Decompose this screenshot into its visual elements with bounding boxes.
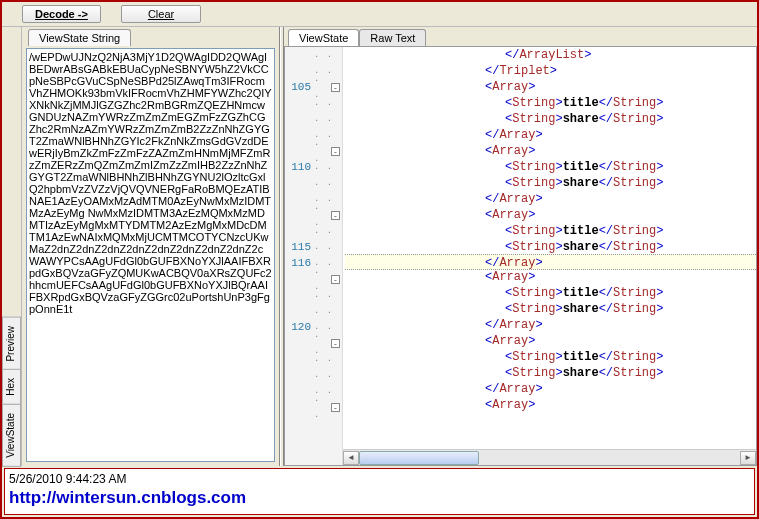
code-line[interactable]: <String>title</String> [345, 95, 756, 111]
horizontal-scrollbar[interactable]: ◄ ► [343, 449, 756, 465]
line-gutter: . .. .105. .-. .. .. .. .-110. .. .. .. … [285, 47, 343, 465]
code-line[interactable]: </Array> [345, 127, 756, 143]
fold-toggle-icon[interactable]: - [331, 211, 340, 220]
code-line[interactable]: </Array> [345, 191, 756, 207]
code-line[interactable]: <String>share</String> [345, 175, 756, 191]
gutter-line: . .- [285, 271, 342, 287]
code-line[interactable]: <Array> [345, 143, 756, 159]
tab-viewstate-string[interactable]: ViewState String [28, 29, 131, 46]
gutter-line: . . [285, 351, 342, 367]
scroll-left-arrow[interactable]: ◄ [343, 451, 359, 465]
code-line[interactable]: <Array> [345, 333, 756, 349]
footer-bar: 5/26/2010 9:44:23 AM http://wintersun.cn… [4, 468, 755, 515]
code-line[interactable]: <String>share</String> [345, 239, 756, 255]
side-tab-viewstate[interactable]: ViewState [2, 404, 21, 467]
gutter-line: . . [285, 367, 342, 383]
code-line[interactable]: <String>title</String> [345, 159, 756, 175]
code-line[interactable]: </Array> [345, 381, 756, 397]
code-line[interactable]: <String>share</String> [345, 301, 756, 317]
code-line[interactable]: </Triplet> [345, 63, 756, 79]
fold-toggle-icon[interactable]: - [331, 275, 340, 284]
code-line[interactable]: <Array> [345, 79, 756, 95]
gutter-line: . .- [285, 143, 342, 159]
gutter-line: . . [285, 223, 342, 239]
scroll-thumb[interactable] [359, 451, 479, 465]
timestamp-label: 5/26/2010 9:44:23 AM [5, 469, 754, 486]
gutter-line: 115. . [285, 239, 342, 255]
code-line[interactable]: <String>share</String> [345, 111, 756, 127]
tab-viewstate-tree[interactable]: ViewState [288, 29, 359, 46]
fold-toggle-icon[interactable]: - [331, 147, 340, 156]
gutter-line: . . [285, 175, 342, 191]
gutter-line: 105. .- [285, 79, 342, 95]
code-viewer: . .. .105. .-. .. .. .. .-110. .. .. .. … [284, 46, 757, 466]
gutter-line: . .- [285, 207, 342, 223]
code-line[interactable]: <String>title</String> [345, 223, 756, 239]
gutter-line: . . [285, 111, 342, 127]
footer-url[interactable]: http://wintersun.cnblogs.com [5, 486, 754, 510]
toolbar: Decode -> Clear [2, 2, 757, 26]
fold-toggle-icon[interactable]: - [331, 83, 340, 92]
side-tab-strip: Preview Hex ViewState [2, 27, 22, 466]
gutter-line: . . [285, 47, 342, 63]
code-content[interactable]: </ArrayList></Triplet><Array><String>tit… [343, 47, 756, 465]
code-line[interactable]: <Array> [345, 397, 756, 413]
gutter-line: . . [285, 95, 342, 111]
code-line[interactable]: <Array> [345, 269, 756, 285]
viewstate-textarea[interactable] [26, 48, 275, 462]
gutter-line: . .- [285, 399, 342, 415]
code-line[interactable]: </ArrayList> [345, 47, 756, 63]
clear-button[interactable]: Clear [121, 5, 201, 23]
code-line[interactable]: <String>title</String> [345, 285, 756, 301]
tab-raw-text[interactable]: Raw Text [359, 29, 426, 46]
gutter-line: . . [285, 287, 342, 303]
gutter-line: . . [285, 303, 342, 319]
code-line[interactable]: </Array> [345, 317, 756, 333]
code-line[interactable]: </Array> [345, 254, 756, 270]
fold-toggle-icon[interactable]: - [331, 403, 340, 412]
code-line[interactable]: <Array> [345, 207, 756, 223]
side-tab-hex[interactable]: Hex [2, 369, 21, 405]
side-tab-preview[interactable]: Preview [2, 317, 21, 371]
fold-toggle-icon[interactable]: - [331, 339, 340, 348]
gutter-line: . .- [285, 335, 342, 351]
code-line[interactable]: <String>share</String> [345, 365, 756, 381]
scroll-right-arrow[interactable]: ► [740, 451, 756, 465]
code-line[interactable]: <String>title</String> [345, 349, 756, 365]
decode-button[interactable]: Decode -> [22, 5, 101, 23]
gutter-line: 110. . [285, 159, 342, 175]
